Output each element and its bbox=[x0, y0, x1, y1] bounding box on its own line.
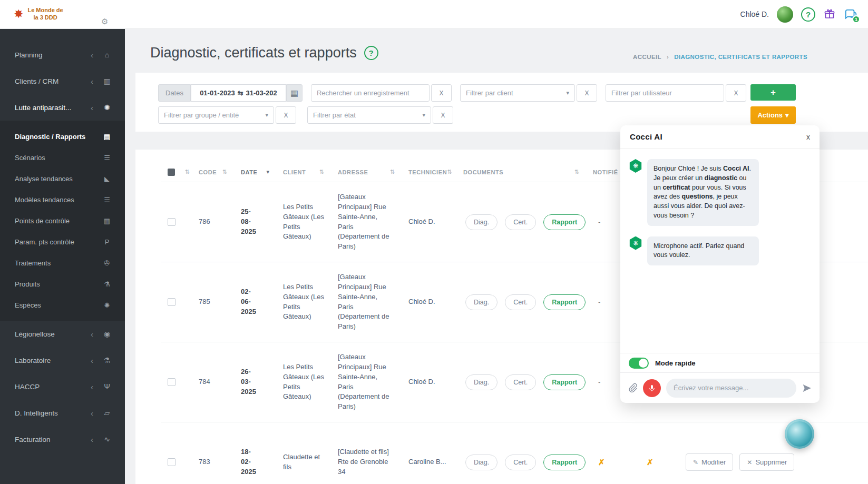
chat-bubble: Microphone actif. Parlez quand vous voul… bbox=[647, 236, 759, 266]
record-address: [Claudette et fils] Rte de Grenoble 34 bbox=[338, 447, 393, 477]
column-header-client[interactable]: CLIENT ⇅ bbox=[277, 162, 331, 182]
sidebar-item-haccp[interactable]: HACCP ‹ Ψ bbox=[0, 373, 125, 400]
diagnostic-button[interactable]: Diag. bbox=[465, 294, 498, 310]
calendar-icon: ▦ bbox=[102, 217, 112, 225]
row-checkbox[interactable] bbox=[168, 218, 175, 226]
record-date: 25-08-2025 bbox=[241, 207, 260, 237]
clear-state-filter-button[interactable]: X bbox=[433, 106, 453, 124]
breadcrumb-current: DIAGNOSTIC, CERTIFICATS ET RAPPORTS bbox=[674, 54, 807, 60]
clear-group-filter-button[interactable]: X bbox=[276, 106, 296, 124]
sidebar-item-lutte-antiparasitaire[interactable]: Lutte antiparasit... ‹ ✺ bbox=[0, 94, 125, 121]
submenu-item-analyse-tendances[interactable]: Analyse tendances ◣ bbox=[0, 168, 125, 189]
row-checkbox[interactable] bbox=[168, 458, 175, 466]
select-all-checkbox[interactable] bbox=[168, 169, 175, 176]
chat-message: ❋ Microphone actif. Parlez quand vous vo… bbox=[629, 236, 811, 266]
ladybug-logo-icon: ✸ bbox=[14, 8, 23, 20]
attachment-icon[interactable] bbox=[628, 383, 638, 393]
diagnostic-button[interactable]: Diag. bbox=[465, 214, 498, 230]
cocci-ai-header: Cocci AI x bbox=[620, 125, 820, 149]
sidebar-item-planning[interactable]: Planning ‹ ⌂ bbox=[0, 42, 125, 68]
clear-client-filter-button[interactable]: X bbox=[577, 84, 597, 102]
chevron-down-icon: ▾ bbox=[785, 111, 789, 119]
client-filter-select[interactable]: Filtrer par client ▾ bbox=[460, 84, 575, 102]
unread-badge: 1 bbox=[852, 15, 860, 23]
sidebar-item-clients-crm[interactable]: Clients / CRM ‹ ▥ bbox=[0, 68, 125, 94]
microphone-button[interactable] bbox=[643, 379, 661, 397]
app-logo[interactable]: ✸ Le Monde de la 3 DDD ⚙ bbox=[0, 7, 125, 22]
certificate-button[interactable]: Cert. bbox=[505, 214, 536, 230]
submenu-item-modeles-tendances[interactable]: Modèles tendances ☰ bbox=[0, 189, 125, 210]
trend-chart-icon: ◣ bbox=[102, 175, 112, 183]
sort-descending-icon: ▾ bbox=[266, 169, 269, 175]
add-record-button[interactable]: + bbox=[750, 84, 796, 101]
diagnostic-button[interactable]: Diag. bbox=[465, 455, 498, 470]
table-row: 783 18-02-2025 Claudette et fils [Claude… bbox=[161, 422, 868, 484]
record-code: 785 bbox=[192, 297, 235, 307]
user-filter-input[interactable] bbox=[606, 84, 724, 102]
flask-icon: ⚗ bbox=[102, 280, 112, 288]
column-header-code[interactable]: CODE ⇅ bbox=[192, 162, 235, 182]
certificate-button[interactable]: Cert. bbox=[505, 455, 536, 470]
clear-user-filter-button[interactable]: X bbox=[726, 84, 746, 102]
chevron-down-icon: ▾ bbox=[422, 112, 425, 118]
chat-message-input[interactable] bbox=[666, 379, 796, 398]
chevron-left-icon: ‹ bbox=[91, 103, 93, 112]
chat-bubble: Bonjour Chloé ! Je suis Cocci AI. Je peu… bbox=[647, 159, 759, 226]
sidebar-item-d-intelligents[interactable]: D. Intelligents ‹ ▱ bbox=[0, 400, 125, 426]
submenu-item-points-de-controle[interactable]: Points de contrôle ▦ bbox=[0, 210, 125, 231]
submenu-item-scenarios[interactable]: Scénarios ☰ bbox=[0, 147, 125, 168]
state-filter-select[interactable]: Filtrer par état ▾ bbox=[307, 106, 431, 124]
help-icon[interactable]: ? bbox=[801, 7, 815, 22]
sidebar-submenu: Diagnostic / Rapports ▤ Scénarios ☰ Anal… bbox=[0, 121, 125, 321]
report-button[interactable]: Rapport bbox=[543, 455, 586, 470]
sidebar-item-legionellose[interactable]: Légionellose ‹ ◉ bbox=[0, 321, 125, 347]
certificate-button[interactable]: Cert. bbox=[505, 374, 536, 390]
date-range-value[interactable]: 01-01-2023 ⇆ 31-03-202 bbox=[191, 84, 286, 102]
user-name: Chloé D. bbox=[740, 10, 769, 18]
submenu-item-param-pts-controle[interactable]: Param. pts contrôle P bbox=[0, 231, 125, 252]
settings-gear-icon[interactable]: ⚙ bbox=[101, 17, 108, 26]
chevron-right-icon: › bbox=[667, 54, 669, 60]
sidebar-item-facturation[interactable]: Facturation ‹ ∿ bbox=[0, 426, 125, 452]
submenu-item-traitements[interactable]: Traitements ✇ bbox=[0, 252, 125, 273]
report-button[interactable]: Rapport bbox=[543, 294, 586, 310]
row-checkbox[interactable] bbox=[168, 298, 175, 306]
report-button[interactable]: Rapport bbox=[543, 214, 586, 230]
user-avatar[interactable] bbox=[777, 6, 793, 23]
sidebar: Planning ‹ ⌂ Clients / CRM ‹ ▥ Lutte ant… bbox=[0, 29, 125, 484]
search-input[interactable] bbox=[311, 84, 430, 102]
send-icon[interactable] bbox=[802, 383, 812, 393]
pencil-icon: ✎ bbox=[693, 459, 698, 466]
calendar-icon[interactable]: ▦ bbox=[286, 84, 303, 102]
edit-button[interactable]: ✎ Modifier bbox=[686, 453, 733, 471]
page-help-icon[interactable]: ? bbox=[364, 46, 378, 60]
submenu-item-produits[interactable]: Produits ⚗ bbox=[0, 273, 125, 294]
trash-icon: ✕ bbox=[747, 459, 752, 466]
group-filter-select[interactable]: Filtrer par groupe / entité ▾ bbox=[158, 106, 274, 124]
report-button[interactable]: Rapport bbox=[543, 374, 586, 390]
row-checkbox[interactable] bbox=[168, 378, 175, 386]
cocci-ai-avatar-icon: ❋ bbox=[629, 159, 642, 173]
submenu-item-especes[interactable]: Espèces ✺ bbox=[0, 294, 125, 315]
chevron-left-icon: ‹ bbox=[91, 435, 93, 444]
messages-icon[interactable]: 1 bbox=[844, 7, 857, 21]
delete-button[interactable]: ✕ Supprimer bbox=[739, 453, 794, 471]
actions-button[interactable]: Actions ▾ bbox=[750, 106, 796, 124]
breadcrumb-home[interactable]: ACCUEIL bbox=[633, 54, 661, 60]
sidebar-item-laboratoire[interactable]: Laboratoire ‹ ⚗ bbox=[0, 347, 125, 373]
column-header-technicien[interactable]: TECHNICIEN ⇅ bbox=[402, 162, 457, 182]
assistant-widget-button[interactable] bbox=[785, 419, 814, 449]
sort-icon: ⇅ bbox=[319, 169, 324, 175]
submenu-item-diagnostic-rapports[interactable]: Diagnostic / Rapports ▤ bbox=[0, 126, 125, 147]
close-icon[interactable]: x bbox=[806, 133, 810, 141]
record-client: Les Petits Gâteaux (Les Petits Gâteaux) bbox=[283, 362, 326, 402]
sort-icon[interactable]: ⇅ bbox=[184, 169, 189, 175]
diagnostic-button[interactable]: Diag. bbox=[465, 374, 498, 390]
certificate-button[interactable]: Cert. bbox=[505, 294, 536, 310]
gift-icon[interactable] bbox=[823, 8, 836, 21]
column-header-date[interactable]: DATE ▾ bbox=[235, 162, 277, 182]
quick-mode-toggle[interactable] bbox=[629, 358, 649, 369]
column-header-documents[interactable]: DOCUMENTS ⇅ bbox=[457, 162, 587, 182]
column-header-adresse[interactable]: ADRESSE ⇅ bbox=[331, 162, 402, 182]
clear-search-button[interactable]: X bbox=[431, 84, 452, 102]
